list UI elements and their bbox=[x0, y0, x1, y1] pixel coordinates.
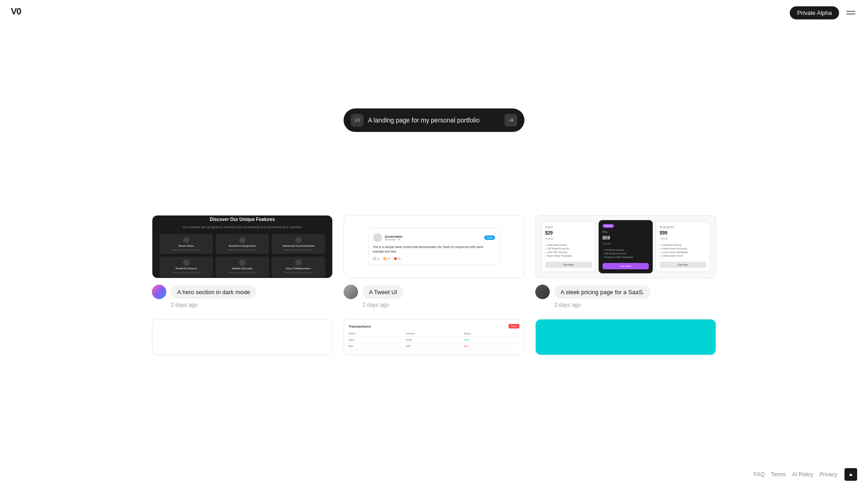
pricing-card-enterprise: Enterprise $99 /month Unlimited Hosting … bbox=[656, 221, 710, 272]
gallery-thumbnail-6 bbox=[535, 319, 716, 355]
thumb-tweet-name: @username bbox=[385, 235, 403, 238]
thumb-dark-card-4: Powerful Search Feature description text… bbox=[160, 257, 213, 277]
thumb-dark-card-1: Smart Ideas Feature description text her… bbox=[160, 234, 213, 254]
gallery-timestamp-3: 2 days ago bbox=[535, 302, 716, 308]
thumb-dark-icon-2 bbox=[239, 237, 245, 243]
gallery-thumbnail-3: Basic $29 /month Unlimited Hosting 100 E… bbox=[535, 215, 716, 278]
gallery-avatar-3 bbox=[535, 285, 550, 299]
gallery-item-3-info: A sleek pricing page for a SaaS. 2 days … bbox=[535, 285, 716, 308]
gallery-thumbnail-1: Discover Our Unique Features Our feature… bbox=[152, 215, 333, 278]
gallery-desc-2: A Tweet UI bbox=[363, 286, 404, 299]
gallery-item-1-info: A hero section in dark mode 2 days ago bbox=[152, 285, 333, 308]
thumb-dark-grid: Smart Ideas Feature description text her… bbox=[160, 234, 325, 277]
thumb-dark-icon-5 bbox=[239, 259, 245, 266]
gallery-item-2[interactable]: @username @handle · 2h Follow This is a … bbox=[344, 215, 524, 308]
thumb-dark-subtitle: Our features are designed to enhance you… bbox=[183, 225, 302, 229]
thumb-tweet-actions: 💬 12 🔁 34 ❤️ 89 bbox=[373, 257, 495, 260]
gallery-item-1-header: A hero section in dark mode bbox=[152, 285, 333, 299]
menu-line-1 bbox=[846, 11, 855, 12]
thumb-dark-card-5: Mobile Security Feature description text… bbox=[216, 257, 269, 277]
svg-text:V0: V0 bbox=[11, 6, 21, 16]
thumb-dark-icon-3 bbox=[295, 237, 302, 243]
thumb-table-title: Transactions bbox=[349, 324, 371, 328]
gallery-timestamp-2: 2 days ago bbox=[344, 302, 524, 308]
thumb-tweet-header: @username @handle · 2h Follow bbox=[373, 233, 495, 242]
main-content: V0 Discover Our Unique Features Our feat… bbox=[0, 0, 868, 488]
gallery-desc-1: A hero section in dark mode bbox=[171, 286, 256, 299]
header: V0 Private Alpha bbox=[0, 0, 868, 25]
thumb-tweet-like: ❤️ 89 bbox=[394, 257, 401, 260]
logo-text: V0 bbox=[11, 6, 27, 19]
gallery-item-5[interactable]: Transactions Delete Name Amount Status A… bbox=[344, 319, 524, 361]
search-bar: V0 bbox=[344, 108, 524, 132]
thumb-dark-card-3: Advanced Customization Feature descripti… bbox=[272, 234, 325, 254]
gallery-item-2-info: A Tweet UI 2 days ago bbox=[344, 285, 524, 308]
gallery-item-4[interactable] bbox=[152, 319, 333, 361]
pricing-card-pro: Popular Pro $59 /month Unlimited Hosting… bbox=[599, 220, 653, 273]
gallery-avatar-2 bbox=[344, 285, 358, 299]
thumb-table-btn: Delete bbox=[509, 324, 519, 328]
thumb-dark-card-2: Seamless Integration Feature description… bbox=[216, 234, 269, 254]
gallery-item-3-header: A sleek pricing page for a SaaS. bbox=[535, 285, 716, 299]
thumb-table-row-1: Name Amount Status bbox=[349, 332, 519, 337]
gallery-thumbnail-5: Transactions Delete Name Amount Status A… bbox=[344, 319, 524, 355]
thumb-dark-title: Discover Our Unique Features bbox=[210, 217, 275, 222]
footer: FAQ Terms AI Policy Privacy bbox=[743, 461, 868, 488]
gallery-desc-3: A sleek pricing page for a SaaS. bbox=[554, 286, 651, 299]
thumb-dark-icon-4 bbox=[183, 259, 189, 266]
thumb-tweet-follow: Follow bbox=[484, 235, 495, 240]
logo[interactable]: V0 bbox=[11, 6, 27, 19]
gallery: Discover Our Unique Features Our feature… bbox=[0, 215, 868, 407]
thumb-table-row-2: Alice $120 Paid bbox=[349, 338, 519, 343]
gallery-item-6[interactable] bbox=[535, 319, 716, 361]
menu-line-2 bbox=[846, 14, 855, 14]
thumb-tweet-avatar bbox=[373, 233, 382, 242]
gallery-grid: Discover Our Unique Features Our feature… bbox=[152, 215, 716, 361]
thumb-tweet-reply: 💬 12 bbox=[373, 257, 380, 260]
thumb-dark-card-6: Easy Collaboration Feature description t… bbox=[272, 257, 325, 277]
footer-link-faq[interactable]: FAQ bbox=[754, 471, 764, 478]
gallery-thumbnail-2: @username @handle · 2h Follow This is a … bbox=[344, 215, 524, 278]
svg-marker-1 bbox=[849, 473, 853, 476]
thumb-tweet-handle: @handle · 2h bbox=[385, 238, 403, 241]
gallery-avatar-1 bbox=[152, 285, 166, 299]
menu-icon[interactable] bbox=[844, 9, 857, 16]
thumb-table-row-3: Bob $85 Due bbox=[349, 345, 519, 349]
thumb-table-header: Transactions Delete bbox=[349, 324, 519, 328]
private-alpha-button[interactable]: Private Alpha bbox=[790, 6, 839, 19]
footer-links: FAQ Terms AI Policy Privacy bbox=[754, 471, 837, 478]
footer-link-terms[interactable]: Terms bbox=[771, 471, 786, 478]
search-input[interactable] bbox=[368, 117, 500, 124]
thumb-tweet-text: This is a sample tweet content that demo… bbox=[373, 245, 495, 253]
search-logo-icon: V0 bbox=[351, 114, 363, 127]
header-right: Private Alpha bbox=[790, 6, 857, 19]
gallery-item-3[interactable]: Basic $29 /month Unlimited Hosting 100 E… bbox=[535, 215, 716, 308]
footer-link-ai-policy[interactable]: AI Policy bbox=[792, 471, 813, 478]
gallery-item-2-header: A Tweet UI bbox=[344, 285, 524, 299]
search-logo-text: V0 bbox=[354, 117, 360, 123]
gallery-timestamp-1: 2 days ago bbox=[152, 302, 333, 308]
thumb-dark-icon-6 bbox=[295, 259, 302, 266]
search-area: V0 bbox=[0, 25, 868, 215]
thumb-tweet-retweet: 🔁 34 bbox=[383, 257, 390, 260]
gallery-item-1[interactable]: Discover Our Unique Features Our feature… bbox=[152, 215, 333, 308]
scroll-to-top-button[interactable] bbox=[844, 468, 857, 481]
search-submit-button[interactable] bbox=[505, 114, 517, 127]
pricing-card-basic: Basic $29 /month Unlimited Hosting 100 E… bbox=[541, 221, 596, 272]
gallery-thumbnail-4 bbox=[152, 319, 333, 355]
thumb-dark-icon-1 bbox=[183, 237, 189, 243]
thumb-tweet-card: @username @handle · 2h Follow This is a … bbox=[368, 228, 500, 265]
footer-link-privacy[interactable]: Privacy bbox=[820, 471, 837, 478]
